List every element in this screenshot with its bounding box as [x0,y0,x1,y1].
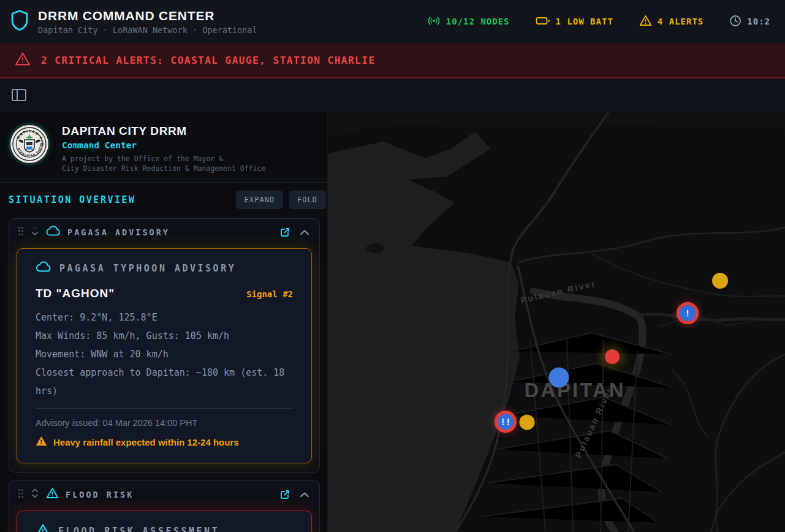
nodes-count: 10/12 NODES [446,17,510,26]
map-canvas[interactable]: DAPITAN Pulauan River Pulauan River !!! [328,112,785,532]
advisory-issued: Advisory issued: 04 Mar 2026 14:00 PHT [36,408,293,428]
advisory-movement: Movement: WNW at 20 km/h [36,345,293,363]
battery-icon [536,16,550,28]
sidebar-toggle-button[interactable] [10,86,28,104]
advisory-winds: Max Winds: 85 km/h, Gusts: 105 km/h [36,327,293,345]
map-marker-sensor-ok-yellow[interactable] [712,273,728,289]
advisory-card-title: PAGASA TYPHOON ADVISORY [59,263,236,274]
move-up-down-icon[interactable] [31,488,39,501]
panel-title-pagasa: PAGASA ADVISORY [67,227,170,237]
cloud-icon [36,261,51,275]
storm-name: TD "AGHON" [36,287,115,300]
clock-status: 10:2 [729,15,770,29]
map-marker-gateway-blue[interactable] [549,368,569,388]
city-seal-logo: DAPITAN CITY RIZALDIAN SHRINE [10,124,49,172]
panel-pagasa-advisory: PAGASA ADVISORY PAGASA TYPHOON ADVISORY [9,218,320,473]
critical-alert-text: 2 CRITICAL ALERTS: COASTAL GAUGE, STATIO… [41,55,376,66]
rainfall-warning-icon [36,436,47,448]
panel-header-flood[interactable]: FLOOD RISK [9,481,319,508]
critical-alert-banner[interactable]: 2 CRITICAL ALERTS: COASTAL GAUGE, STATIO… [0,43,785,78]
fold-all-button[interactable]: FOLD [289,191,326,209]
alert-triangle-icon [15,51,31,69]
org-subtitle: Command Center [62,140,265,150]
panel-header-pagasa[interactable]: PAGASA ADVISORY [9,219,319,246]
app-header: DRRM COMMAND CENTER Dapitan City · LoRaW… [0,0,785,43]
open-external-button[interactable] [278,488,292,501]
drag-handle-icon[interactable] [18,488,24,501]
flood-alert-icon [36,523,50,532]
flood-card-title: FLOOD RISK ASSESSMENT [58,526,219,532]
map-marker-sensor-warn-yellow[interactable] [520,415,535,430]
radio-signal-icon [427,15,441,28]
typhoon-advisory-card: PAGASA TYPHOON ADVISORY TD "AGHON" Signa… [17,248,312,463]
org-description-2: City Disaster Risk Reduction & Managemen… [62,164,265,173]
panel-flood-risk: FLOOD RISK FLOOD RISK ASSESSMENT [9,480,320,532]
clock-value: 10:2 [747,17,770,26]
org-description-1: A project by the Office of the Mayor & [62,154,265,164]
move-down-icon[interactable] [31,226,39,239]
org-profile: DAPITAN CITY RIZALDIAN SHRINE DAPITAN CI… [0,112,327,183]
open-external-button[interactable] [278,226,292,239]
map-marker-alert-marker-single[interactable]: ! [677,302,699,324]
clock-icon [729,15,741,29]
collapse-panel-button[interactable] [298,490,311,499]
section-title: SITUATION OVERVIEW [9,194,136,205]
low-batt-count: 1 LOW BATT [556,17,613,26]
map-marker-alert-marker-double[interactable]: !! [495,411,517,433]
rainfall-warning-text: Heavy rainfall expected within 12-24 hou… [53,437,239,447]
advisory-approach: Closest approach to Dapitan: ~180 km (es… [36,363,293,400]
alerts-status: 4 ALERTS [639,15,703,28]
collapse-panel-button[interactable] [298,228,311,237]
flood-alert-icon [46,487,59,501]
shield-icon [10,9,29,34]
advisory-center: Center: 9.2°N, 125.8°E [36,308,293,327]
flood-risk-card: FLOOD RISK ASSESSMENT [17,511,312,532]
toolbar [0,78,785,112]
app-title: DRRM COMMAND CENTER [38,9,257,23]
nodes-status: 10/12 NODES [427,15,510,28]
map-basemap: DAPITAN Pulauan River Pulauan River [328,112,785,532]
alerts-count: 4 ALERTS [658,17,703,26]
drag-handle-icon[interactable] [18,226,24,238]
cloud-icon [46,226,61,239]
expand-all-button[interactable]: EXPAND [236,191,283,209]
situation-overview-row: SITUATION OVERVIEW EXPAND FOLD [0,183,327,215]
app-subtitle: Dapitan City · LoRaWAN Network · Operati… [38,25,257,35]
battery-status: 1 LOW BATT [536,16,613,28]
map-marker-sensor-critical-red[interactable] [605,349,620,364]
signal-badge: Signal #2 [246,289,293,299]
org-title: DAPITAN CITY DRRM [62,124,265,138]
panel-title-flood: FLOOD RISK [66,490,134,500]
warning-triangle-icon [639,15,652,28]
sidebar: DAPITAN CITY RIZALDIAN SHRINE DAPITAN CI… [0,112,328,532]
